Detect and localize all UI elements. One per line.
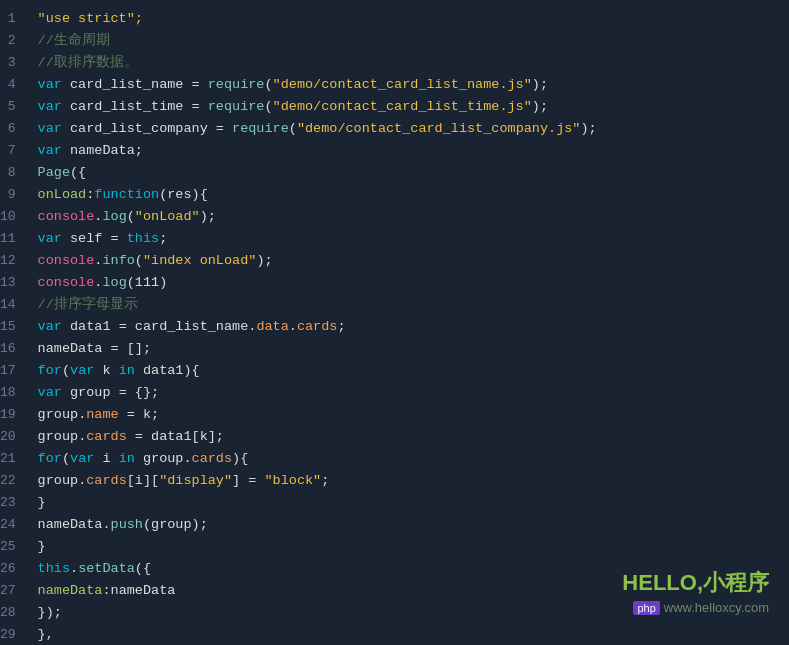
token: (group); bbox=[143, 517, 208, 532]
line-number: 18 bbox=[0, 382, 22, 404]
token: var bbox=[38, 143, 70, 158]
token: //取排序数据。 bbox=[38, 55, 138, 70]
token: "index onLoad" bbox=[143, 253, 256, 268]
token: ; bbox=[159, 231, 167, 246]
line-number: 25 bbox=[0, 536, 22, 558]
line-number: 28 bbox=[0, 602, 22, 624]
token: k bbox=[102, 363, 118, 378]
token: = {}; bbox=[111, 385, 160, 400]
code-line: var group = {}; bbox=[38, 382, 789, 404]
token: nameData bbox=[38, 583, 103, 598]
token: card_list_time bbox=[70, 99, 183, 114]
token: = bbox=[102, 231, 126, 246]
token: "demo/contact_card_list_time.js" bbox=[273, 99, 532, 114]
token: group bbox=[70, 385, 111, 400]
token: ); bbox=[256, 253, 272, 268]
token: for bbox=[38, 363, 62, 378]
line-number: 15 bbox=[0, 316, 22, 338]
token: cards bbox=[86, 429, 127, 444]
token: push bbox=[111, 517, 143, 532]
line-number: 14 bbox=[0, 294, 22, 316]
code-line: console.log("onLoad"); bbox=[38, 206, 789, 228]
line-number: 1 bbox=[0, 8, 22, 30]
token: info bbox=[102, 253, 134, 268]
line-number: 24 bbox=[0, 514, 22, 536]
token: "use strict"; bbox=[38, 11, 143, 26]
token: = bbox=[183, 77, 207, 92]
token: } bbox=[38, 539, 46, 554]
token: group bbox=[38, 407, 79, 422]
code-line: nameData = []; bbox=[38, 338, 789, 360]
line-number: 9 bbox=[0, 184, 22, 206]
line-number: 17 bbox=[0, 360, 22, 382]
line-number: 8 bbox=[0, 162, 22, 184]
token: card_list_name bbox=[70, 77, 183, 92]
code-line: var card_list_company = require("demo/co… bbox=[38, 118, 789, 140]
code-line: var card_list_name = require("demo/conta… bbox=[38, 74, 789, 96]
token: data bbox=[256, 319, 288, 334]
token: for bbox=[38, 451, 62, 466]
code-editor: 1234567891011121314151617181920212223242… bbox=[0, 0, 789, 645]
line-number: 20 bbox=[0, 426, 22, 448]
token: = data1[k]; bbox=[127, 429, 224, 444]
token: log bbox=[102, 209, 126, 224]
token: ( bbox=[264, 77, 272, 92]
token: //排序字母显示 bbox=[38, 297, 138, 312]
token: var bbox=[38, 231, 70, 246]
code-line: group.cards[i]["display"] = "block"; bbox=[38, 470, 789, 492]
code-line: onLoad:function(res){ bbox=[38, 184, 789, 206]
token: : bbox=[102, 583, 110, 598]
token: nameData bbox=[38, 517, 103, 532]
token: group bbox=[38, 429, 79, 444]
token: }); bbox=[38, 605, 62, 620]
token: ); bbox=[532, 99, 548, 114]
token: ; bbox=[337, 319, 345, 334]
token: "demo/contact_card_list_name.js" bbox=[273, 77, 532, 92]
token: Page bbox=[38, 165, 70, 180]
token: "display" bbox=[159, 473, 232, 488]
line-number: 23 bbox=[0, 492, 22, 514]
watermark-url: phpwww.helloxcy.com bbox=[622, 600, 769, 615]
token: ( bbox=[62, 363, 70, 378]
token: this bbox=[127, 231, 159, 246]
token: ){ bbox=[232, 451, 248, 466]
token: "onLoad" bbox=[135, 209, 200, 224]
token: ( bbox=[127, 209, 135, 224]
token: var bbox=[38, 77, 70, 92]
code-line: console.info("index onLoad"); bbox=[38, 250, 789, 272]
code-line: //排序字母显示 bbox=[38, 294, 789, 316]
code-line: } bbox=[38, 492, 789, 514]
token: = []; bbox=[102, 341, 151, 356]
token: i bbox=[102, 451, 118, 466]
line-number: 19 bbox=[0, 404, 22, 426]
token: in bbox=[119, 451, 135, 466]
token: self bbox=[70, 231, 102, 246]
token: in bbox=[119, 363, 135, 378]
token: name bbox=[86, 407, 118, 422]
token: var bbox=[38, 121, 70, 136]
token: [i][ bbox=[127, 473, 159, 488]
code-line: var self = this; bbox=[38, 228, 789, 250]
code-line: var card_list_time = require("demo/conta… bbox=[38, 96, 789, 118]
line-number: 6 bbox=[0, 118, 22, 140]
code-line: group.name = k; bbox=[38, 404, 789, 426]
code-line: console.log(111) bbox=[38, 272, 789, 294]
token: ( bbox=[135, 253, 143, 268]
watermark: HELLO,小程序 phpwww.helloxcy.com bbox=[622, 568, 769, 615]
token: ); bbox=[580, 121, 596, 136]
token: . bbox=[102, 517, 110, 532]
code-line: }, bbox=[38, 624, 789, 645]
token: data1 bbox=[70, 319, 111, 334]
token: }, bbox=[38, 627, 54, 642]
code-line: for(var i in group.cards){ bbox=[38, 448, 789, 470]
token: setData bbox=[78, 561, 135, 576]
php-badge: php bbox=[633, 601, 659, 615]
line-number: 27 bbox=[0, 580, 22, 602]
line-number: 11 bbox=[0, 228, 22, 250]
token: require bbox=[232, 121, 289, 136]
code-container: 1234567891011121314151617181920212223242… bbox=[0, 0, 789, 645]
code-line: for(var k in data1){ bbox=[38, 360, 789, 382]
token: = card_list_name bbox=[111, 319, 249, 334]
line-number: 22 bbox=[0, 470, 22, 492]
token: } bbox=[38, 495, 46, 510]
